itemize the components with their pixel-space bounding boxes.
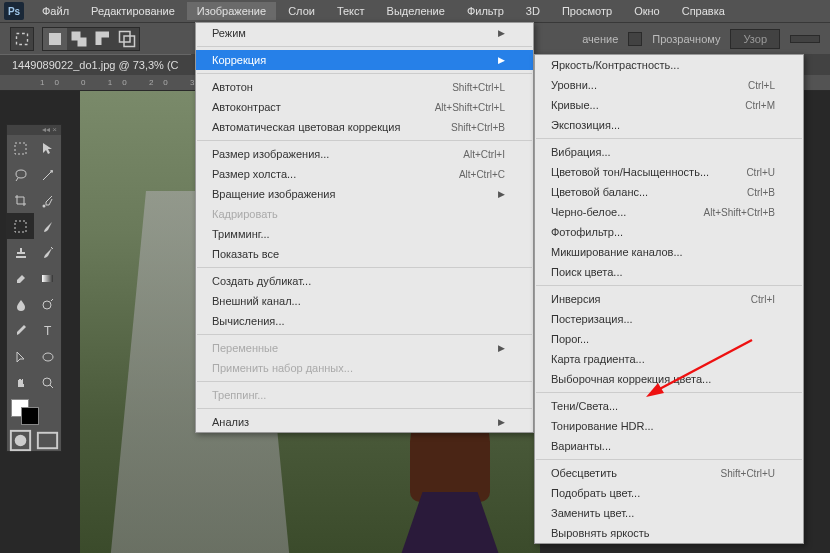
tool-brush[interactable] — [34, 213, 61, 239]
menu-item[interactable]: Вибрация... — [535, 142, 803, 162]
menu-view[interactable]: Просмотр — [552, 2, 622, 20]
tool-zoom[interactable] — [34, 369, 61, 395]
menu-file[interactable]: Файл — [32, 2, 79, 20]
tool-history-brush[interactable] — [34, 239, 61, 265]
menu-item[interactable]: Черно-белое...Alt+Shift+Ctrl+B — [535, 202, 803, 222]
tool-eyedrop[interactable] — [34, 187, 61, 213]
tool-preset-icon[interactable] — [10, 27, 34, 51]
svg-rect-1 — [49, 33, 61, 45]
menu-item[interactable]: Внешний канал... — [196, 291, 533, 311]
menu-item[interactable]: Заменить цвет... — [535, 503, 803, 523]
menu-item[interactable]: Цветовой баланс...Ctrl+B — [535, 182, 803, 202]
menu-item[interactable]: Показать все — [196, 244, 533, 264]
menu-item[interactable]: АвтотонShift+Ctrl+L — [196, 77, 533, 97]
menu-item[interactable]: АвтоконтрастAlt+Shift+Ctrl+L — [196, 97, 533, 117]
menu-item[interactable]: Уровни...Ctrl+L — [535, 75, 803, 95]
menu-item[interactable]: Автоматическая цветовая коррекцияShift+C… — [196, 117, 533, 137]
sel-subtract-icon[interactable] — [91, 28, 115, 50]
menu-item[interactable]: Порог... — [535, 329, 803, 349]
menu-item[interactable]: Подобрать цвет... — [535, 483, 803, 503]
menu-item[interactable]: Коррекция▶ — [196, 50, 533, 70]
menu-item[interactable]: Выровнять яркость — [535, 523, 803, 543]
ps-logo: Ps — [4, 2, 24, 20]
tool-path-select[interactable] — [7, 343, 34, 369]
menu-3d[interactable]: 3D — [516, 2, 550, 20]
menu-item[interactable]: Выборочная коррекция цвета... — [535, 369, 803, 389]
menu-item[interactable]: Вычисления... — [196, 311, 533, 331]
svg-point-9 — [51, 170, 53, 172]
screenmode-icon[interactable] — [34, 429, 61, 451]
menu-item[interactable]: Карта градиента... — [535, 349, 803, 369]
toolbox-collapse-icon[interactable]: ◂◂ × — [7, 125, 61, 135]
tool-hand[interactable] — [7, 369, 34, 395]
menu-item[interactable]: Тримминг... — [196, 224, 533, 244]
menu-item[interactable]: Экспозиция... — [535, 115, 803, 135]
menu-help[interactable]: Справка — [672, 2, 735, 20]
menu-item[interactable]: Постеризация... — [535, 309, 803, 329]
menu-item[interactable]: Создать дубликат... — [196, 271, 533, 291]
tool-eraser[interactable] — [7, 265, 34, 291]
tool-move[interactable] — [34, 135, 61, 161]
pattern-button[interactable]: Узор — [730, 29, 780, 49]
sel-new-icon[interactable] — [43, 28, 67, 50]
sel-intersect-icon[interactable] — [115, 28, 139, 50]
menu-item[interactable]: Анализ▶ — [196, 412, 533, 432]
menu-window[interactable]: Окно — [624, 2, 670, 20]
tool-marquee-sel[interactable] — [7, 213, 34, 239]
menu-item[interactable]: Вращение изображения▶ — [196, 184, 533, 204]
svg-point-10 — [43, 204, 46, 207]
menu-text[interactable]: Текст — [327, 2, 375, 20]
background-color[interactable] — [21, 407, 39, 425]
menu-item[interactable]: Размер изображения...Alt+Ctrl+I — [196, 144, 533, 164]
menu-item[interactable]: Фотофильтр... — [535, 222, 803, 242]
sel-add-icon[interactable] — [67, 28, 91, 50]
menu-item[interactable]: Кривые...Ctrl+M — [535, 95, 803, 115]
menu-image[interactable]: Изображение — [187, 2, 276, 20]
transparent-label: Прозрачному — [652, 33, 720, 45]
submenu-arrow-icon: ▶ — [498, 343, 505, 353]
menu-edit[interactable]: Редактирование — [81, 2, 185, 20]
correction-submenu: Яркость/Контрастность...Уровни...Ctrl+LК… — [534, 54, 804, 544]
menu-item[interactable]: ОбесцветитьShift+Ctrl+U — [535, 463, 803, 483]
document-tab[interactable]: 1449089022_do1.jpg @ 73,3% (C — [0, 54, 191, 75]
menu-item[interactable]: Режим▶ — [196, 23, 533, 43]
quickmask-icon[interactable] — [7, 429, 34, 451]
svg-point-13 — [43, 301, 51, 309]
transparent-checkbox[interactable] — [628, 32, 642, 46]
menu-item[interactable]: Тонирование HDR... — [535, 416, 803, 436]
selection-mode-group — [42, 27, 140, 51]
menu-item[interactable]: Цветовой тон/Насыщенность...Ctrl+U — [535, 162, 803, 182]
menu-item[interactable]: Варианты... — [535, 436, 803, 456]
tool-dodge[interactable] — [34, 291, 61, 317]
color-swatch[interactable] — [7, 395, 61, 429]
tool-wand[interactable] — [34, 161, 61, 187]
menu-item[interactable]: Поиск цвета... — [535, 262, 803, 282]
svg-rect-12 — [42, 275, 53, 282]
menu-select[interactable]: Выделение — [377, 2, 455, 20]
tool-crop[interactable] — [7, 187, 34, 213]
tool-gradient[interactable] — [34, 265, 61, 291]
tool-lasso[interactable] — [7, 161, 34, 187]
image-menu-dropdown: Режим▶Коррекция▶АвтотонShift+Ctrl+LАвток… — [195, 22, 534, 433]
submenu-arrow-icon: ▶ — [498, 55, 505, 65]
menubar: Ps Файл Редактирование Изображение Слои … — [0, 0, 830, 22]
menu-item[interactable]: Тени/Света... — [535, 396, 803, 416]
tool-shape[interactable] — [34, 343, 61, 369]
tool-pen[interactable] — [7, 317, 34, 343]
tool-blur[interactable] — [7, 291, 34, 317]
menu-item[interactable]: Размер холста...Alt+Ctrl+C — [196, 164, 533, 184]
svg-text:T: T — [44, 324, 52, 338]
pattern-picker[interactable] — [790, 35, 820, 43]
tool-stamp[interactable] — [7, 239, 34, 265]
submenu-arrow-icon: ▶ — [498, 28, 505, 38]
tool-marquee[interactable] — [7, 135, 34, 161]
menu-item[interactable]: Микширование каналов... — [535, 242, 803, 262]
menu-item[interactable]: Яркость/Контрастность... — [535, 55, 803, 75]
tool-type[interactable]: T — [34, 317, 61, 343]
menu-filter[interactable]: Фильтр — [457, 2, 514, 20]
menu-layers[interactable]: Слои — [278, 2, 325, 20]
svg-point-18 — [15, 434, 27, 446]
svg-rect-19 — [38, 432, 57, 447]
menu-item[interactable]: ИнверсияCtrl+I — [535, 289, 803, 309]
menu-item: Применить набор данных... — [196, 358, 533, 378]
